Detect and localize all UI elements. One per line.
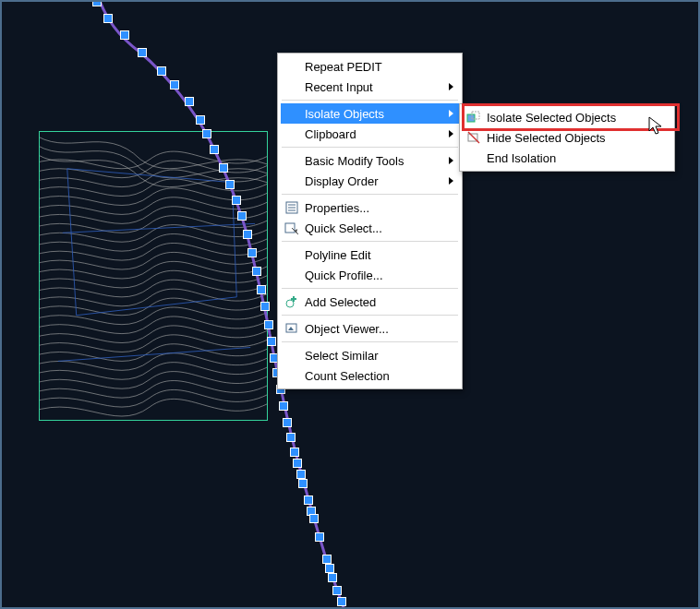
menu-item-label: Repeat PEDIT bbox=[305, 60, 382, 74]
menu-item-label: Basic Modify Tools bbox=[305, 154, 404, 168]
grip[interactable] bbox=[283, 418, 292, 427]
menu-item-quick-select[interactable]: Quick Select... bbox=[281, 218, 459, 238]
menu-item-label: Select Similar bbox=[305, 349, 378, 363]
menu-item-label: Properties... bbox=[305, 201, 369, 215]
menu-item-select-similar[interactable]: Select Similar bbox=[281, 345, 459, 365]
grip[interactable] bbox=[120, 30, 129, 40]
grip[interactable] bbox=[337, 597, 346, 606]
grip[interactable] bbox=[257, 285, 266, 294]
menu-item-label: Quick Profile... bbox=[305, 269, 383, 282]
menu-item-repeat[interactable]: Repeat PEDIT bbox=[281, 56, 459, 77]
grip[interactable] bbox=[92, 0, 102, 6]
grip[interactable] bbox=[279, 401, 288, 411]
grip[interactable] bbox=[325, 564, 334, 573]
grip[interactable] bbox=[264, 320, 273, 329]
add-selected-icon bbox=[284, 294, 299, 309]
context-menu[interactable]: Repeat PEDIT Recent Input Isolate Object… bbox=[277, 53, 463, 389]
menu-item-label: Polyline Edit bbox=[305, 248, 371, 262]
grip[interactable] bbox=[237, 211, 247, 221]
menu-item-basic-modify[interactable]: Basic Modify Tools bbox=[281, 150, 459, 171]
grip[interactable] bbox=[157, 66, 166, 76]
grip[interactable] bbox=[138, 48, 147, 57]
grip[interactable] bbox=[332, 586, 342, 595]
menu-separator bbox=[282, 100, 458, 101]
menu-item-label: Add Selected bbox=[305, 295, 376, 309]
menu-item-end-isolation[interactable]: End Isolation bbox=[463, 148, 671, 168]
grip[interactable] bbox=[232, 196, 241, 205]
submenu-arrow-icon bbox=[449, 130, 453, 137]
menu-item-label: Isolate Objects bbox=[305, 107, 384, 121]
grip[interactable] bbox=[267, 337, 276, 346]
menu-separator bbox=[282, 241, 458, 242]
grip[interactable] bbox=[243, 230, 252, 239]
grip[interactable] bbox=[298, 479, 308, 488]
menu-item-count-selection[interactable]: Count Selection bbox=[281, 365, 459, 386]
object-viewer-icon bbox=[284, 321, 299, 336]
menu-item-label: Hide Selected Objects bbox=[487, 131, 606, 145]
grip[interactable] bbox=[252, 267, 261, 276]
grip[interactable] bbox=[210, 145, 219, 154]
grip[interactable] bbox=[304, 496, 313, 505]
grip[interactable] bbox=[315, 532, 324, 542]
grip[interactable] bbox=[322, 555, 332, 564]
grip[interactable] bbox=[196, 115, 205, 125]
grip[interactable] bbox=[185, 97, 194, 106]
submenu-isolate-objects[interactable]: Isolate Selected Objects Hide Selected O… bbox=[459, 103, 675, 172]
menu-item-label: Count Selection bbox=[305, 369, 390, 383]
menu-item-hide-selected[interactable]: Hide Selected Objects bbox=[463, 127, 671, 148]
grip[interactable] bbox=[290, 448, 299, 457]
svg-rect-5 bbox=[285, 223, 295, 233]
grip[interactable] bbox=[202, 129, 211, 138]
menu-item-label: End Isolation bbox=[487, 151, 556, 165]
menu-item-isolate-selected[interactable]: Isolate Selected Objects bbox=[463, 107, 671, 127]
grip[interactable] bbox=[225, 180, 235, 189]
menu-item-label: Clipboard bbox=[305, 127, 356, 141]
hide-icon bbox=[466, 130, 481, 145]
menu-item-clipboard[interactable]: Clipboard bbox=[281, 124, 459, 144]
grip[interactable] bbox=[247, 248, 257, 257]
submenu-arrow-icon bbox=[449, 110, 453, 117]
grip[interactable] bbox=[293, 459, 302, 468]
properties-icon bbox=[284, 200, 299, 215]
grip[interactable] bbox=[170, 80, 179, 90]
menu-item-label: Recent Input bbox=[305, 80, 373, 94]
svg-point-6 bbox=[286, 300, 294, 307]
submenu-arrow-icon bbox=[449, 177, 453, 185]
menu-separator bbox=[282, 341, 458, 342]
submenu-arrow-icon bbox=[449, 157, 453, 164]
menu-item-label: Display Order bbox=[305, 174, 378, 188]
menu-separator bbox=[282, 194, 458, 195]
menu-item-label: Quick Select... bbox=[305, 221, 382, 235]
menu-item-add-selected[interactable]: Add Selected bbox=[281, 292, 459, 312]
menu-separator bbox=[282, 288, 458, 289]
menu-item-label: Isolate Selected Objects bbox=[487, 111, 616, 125]
menu-item-properties[interactable]: Properties... bbox=[281, 197, 459, 218]
menu-item-recent-input[interactable]: Recent Input bbox=[281, 77, 459, 97]
grip[interactable] bbox=[296, 470, 306, 479]
grip[interactable] bbox=[219, 163, 228, 173]
grip[interactable] bbox=[328, 573, 337, 582]
isolate-icon bbox=[466, 110, 481, 125]
menu-item-label: Object Viewer... bbox=[305, 322, 389, 336]
menu-item-display-order[interactable]: Display Order bbox=[281, 171, 459, 191]
quick-select-icon bbox=[284, 221, 299, 235]
grip[interactable] bbox=[103, 14, 113, 23]
svg-rect-9 bbox=[467, 114, 475, 122]
menu-item-isolate-objects[interactable]: Isolate Objects bbox=[281, 103, 459, 124]
drawing-viewport[interactable]: Repeat PEDIT Recent Input Isolate Object… bbox=[0, 0, 700, 609]
menu-separator bbox=[282, 147, 458, 148]
grip[interactable] bbox=[260, 302, 270, 311]
contour-frame bbox=[39, 131, 268, 421]
menu-item-quick-profile[interactable]: Quick Profile... bbox=[281, 265, 459, 285]
menu-item-polyline-edit[interactable]: Polyline Edit bbox=[281, 245, 459, 265]
submenu-arrow-icon bbox=[449, 83, 453, 90]
menu-separator bbox=[282, 315, 458, 316]
grip[interactable] bbox=[309, 514, 319, 523]
grip[interactable] bbox=[286, 433, 296, 442]
menu-item-object-viewer[interactable]: Object Viewer... bbox=[281, 318, 459, 339]
